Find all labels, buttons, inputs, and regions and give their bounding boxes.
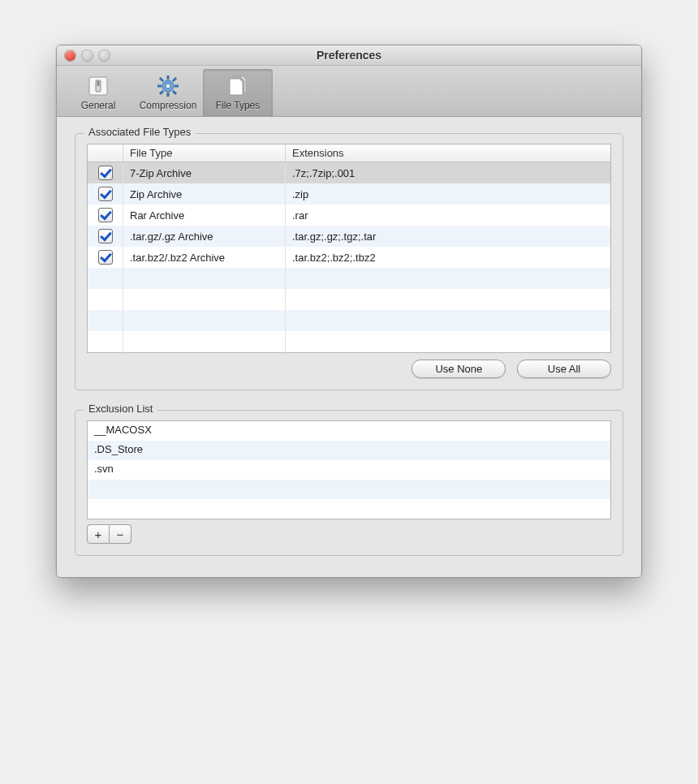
col-header-type[interactable]: File Type	[123, 144, 286, 162]
checkbox-cell[interactable]	[88, 247, 123, 268]
exclusion-list-group: Exclusion List __MACOSX.DS_Store.svn + −	[75, 410, 623, 556]
table-row-empty	[88, 268, 611, 289]
list-item[interactable]: __MACOSX	[88, 421, 610, 441]
list-item-empty	[88, 480, 610, 499]
toolbar: General	[57, 66, 641, 117]
extensions-cell: .7z;.7zip;.001	[286, 162, 611, 184]
remove-button[interactable]: −	[110, 524, 131, 544]
extensions-cell: .tar.gz;.gz;.tgz;.tar	[286, 226, 611, 247]
svg-point-12	[166, 84, 170, 88]
window-title: Preferences	[57, 49, 641, 62]
file-types-table: File Type Extensions 7-Zip Archive.7z;.7…	[87, 144, 611, 353]
checkbox-icon[interactable]	[98, 187, 113, 201]
toolbar-item-general[interactable]: General	[63, 69, 133, 116]
checkbox-cell[interactable]	[88, 226, 123, 247]
list-item-empty	[88, 499, 610, 519]
table-row[interactable]: .tar.gz/.gz Archive.tar.gz;.gz;.tgz;.tar	[88, 226, 611, 247]
file-type-cell: Rar Archive	[123, 205, 286, 226]
table-row[interactable]: 7-Zip Archive.7z;.7zip;.001	[88, 162, 611, 184]
checkbox-cell[interactable]	[88, 183, 123, 205]
svg-rect-2	[97, 81, 100, 86]
svg-line-9	[173, 91, 176, 94]
toolbar-item-compression[interactable]: Compression	[133, 69, 203, 116]
extensions-cell: .rar	[286, 205, 611, 226]
table-row-empty	[88, 289, 611, 310]
svg-line-8	[160, 78, 163, 81]
switch-icon	[63, 72, 133, 100]
extensions-cell: .zip	[286, 183, 611, 205]
table-row[interactable]: Rar Archive.rar	[88, 205, 611, 226]
titlebar: Preferences	[57, 45, 641, 66]
extensions-cell: .tar.bz2;.bz2;.tbz2	[286, 247, 611, 268]
toolbar-item-label: Compression	[133, 100, 203, 111]
checkbox-icon[interactable]	[98, 208, 113, 222]
table-row-empty	[88, 310, 611, 331]
gear-icon	[133, 72, 203, 100]
list-buttons: + −	[87, 524, 611, 544]
list-item[interactable]: .DS_Store	[88, 441, 610, 460]
col-header-check[interactable]	[88, 144, 123, 162]
toolbar-item-filetypes[interactable]: File Types	[203, 69, 273, 116]
content-area: Associated File Types File Type Extensio…	[57, 117, 641, 577]
table-row[interactable]: .tar.bz2/.bz2 Archive.tar.bz2;.bz2;.tbz2	[88, 247, 611, 268]
file-type-cell: Zip Archive	[123, 183, 286, 205]
file-type-cell: .tar.bz2/.bz2 Archive	[123, 247, 286, 268]
checkbox-icon[interactable]	[98, 166, 113, 180]
table-header-row: File Type Extensions	[88, 144, 611, 162]
checkbox-cell[interactable]	[88, 205, 123, 226]
preferences-window: Preferences General	[56, 45, 642, 578]
file-type-cell: .tar.gz/.gz Archive	[123, 226, 286, 247]
file-type-cell: 7-Zip Archive	[123, 162, 286, 184]
svg-line-11	[160, 91, 163, 94]
use-all-button[interactable]: Use All	[517, 360, 611, 378]
group-legend: Exclusion List	[84, 403, 157, 415]
associated-file-types-group: Associated File Types File Type Extensio…	[75, 133, 623, 390]
add-button[interactable]: +	[87, 524, 110, 544]
toolbar-item-label: File Types	[203, 100, 273, 111]
table-row[interactable]: Zip Archive.zip	[88, 183, 611, 205]
list-item[interactable]: .svn	[88, 460, 610, 480]
svg-line-10	[173, 78, 176, 81]
checkbox-icon[interactable]	[98, 250, 113, 265]
group-legend: Associated File Types	[84, 126, 196, 138]
checkbox-icon[interactable]	[98, 229, 113, 243]
documents-icon	[203, 72, 273, 100]
checkbox-cell[interactable]	[88, 162, 123, 184]
col-header-ext[interactable]: Extensions	[286, 144, 611, 162]
exclusion-list[interactable]: __MACOSX.DS_Store.svn	[87, 420, 611, 519]
toolbar-item-label: General	[63, 100, 133, 111]
button-row: Use None Use All	[87, 360, 611, 378]
use-none-button[interactable]: Use None	[411, 360, 506, 378]
table-row-empty	[88, 331, 611, 353]
